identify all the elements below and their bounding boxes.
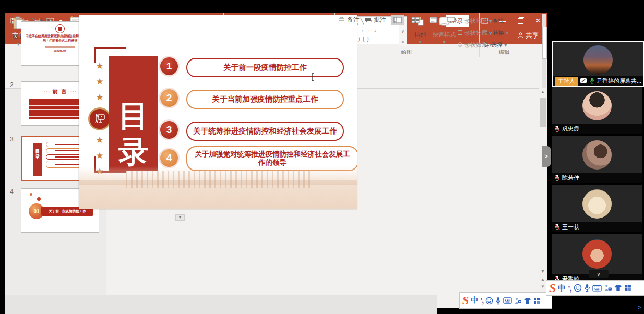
find-button[interactable]: 查找	[484, 17, 504, 25]
voice-input-icon[interactable]	[584, 284, 590, 292]
editor-vertical-scrollbar[interactable]: ▲ ▼ ▲ ▼	[539, 88, 547, 295]
avatar	[582, 91, 612, 120]
mic-muted-icon	[554, 174, 560, 182]
notes-button[interactable]: 备注	[339, 16, 360, 25]
ime-mode-chinese[interactable]: 中	[558, 283, 566, 293]
replace-button[interactable]: ab 替换▾	[484, 29, 509, 37]
select-button[interactable]: 选择▾	[484, 41, 507, 49]
participant-tile-host[interactable]: 主持人 尹香婷的屏幕共...	[552, 41, 644, 87]
ime-punctuation[interactable]: ’,	[480, 296, 483, 305]
sidebar-expand-handle[interactable]: >	[542, 146, 551, 167]
comments-button[interactable]: 批注	[365, 16, 386, 25]
normal-view-button[interactable]	[391, 15, 404, 25]
svg-text:ab: ab	[484, 31, 489, 35]
host-badge: 主持人	[555, 77, 578, 86]
skin-shirt-icon[interactable]	[614, 284, 622, 292]
keyboard-icon[interactable]	[503, 297, 512, 304]
mic-muted-icon	[554, 223, 560, 231]
powerpoint-window: ▾ 习近平在统筹推进新冠肺炎疫情防控和经济社会发展工作部署会议上的讲话 - Po…	[5, 13, 547, 308]
scroll-down-icon[interactable]: ▼	[539, 269, 547, 274]
avatar	[582, 189, 612, 219]
scrollbar-thumb[interactable]	[540, 98, 546, 127]
meeting-sidebar: 主持人 尹香婷的屏幕共... 巩忠霞 陈若佳 王一获 尹香婷	[547, 0, 644, 314]
group-editing: 查找 ab 替换▾ 选择▾ 编辑	[479, 13, 529, 57]
slide-editor-area: ★ ★ ★ ★ ★ ★ 目录 1 关于前一段疫情防控工作 2 关于当前加强疫情防…	[5, 295, 437, 314]
shape-fill-icon	[457, 18, 463, 25]
ime-mode-chinese[interactable]: 中	[471, 296, 478, 305]
slide-sorter-view-button[interactable]	[409, 15, 422, 25]
participant-name: 尹香婷的屏幕共...	[597, 77, 641, 85]
shape-outline-icon	[457, 30, 463, 37]
replace-icon: ab	[484, 30, 491, 37]
toolbox-grid-icon[interactable]	[533, 297, 540, 304]
ime-punctuation[interactable]: ’,	[568, 284, 571, 293]
voice-input-icon[interactable]	[495, 297, 501, 305]
avatar	[583, 45, 613, 75]
participant-tile[interactable]: 陈若佳	[552, 136, 642, 183]
mic-muted-icon	[554, 125, 560, 133]
collapse-tiles-icon[interactable]: ∨	[589, 270, 609, 278]
participant-tile[interactable]: 巩忠霞	[552, 87, 642, 134]
reading-view-button[interactable]	[427, 15, 439, 25]
participant-name: 陈若佳	[562, 174, 579, 182]
sogou-logo-icon[interactable]: S	[549, 281, 556, 295]
ime-toolbar: S 中 ’,	[459, 292, 552, 309]
search-icon	[484, 18, 491, 25]
sogou-logo-icon[interactable]: S	[462, 294, 469, 307]
drawing-dialog-launcher[interactable]	[473, 50, 478, 55]
thumbnail-number: 3	[10, 136, 14, 143]
mic-on-icon	[589, 77, 594, 85]
participant-name: 巩忠霞	[562, 125, 579, 133]
emoji-icon[interactable]	[574, 284, 582, 292]
toolbox-grid-icon[interactable]	[624, 284, 631, 292]
cursor-arrow-icon	[484, 42, 490, 49]
keyboard-icon[interactable]	[592, 285, 602, 292]
participant-name: 王一获	[562, 223, 579, 231]
participant-tile[interactable]: 王一获	[552, 185, 642, 232]
slideshow-view-button[interactable]	[445, 15, 457, 25]
skin-shirt-icon[interactable]	[524, 297, 531, 304]
avatar	[582, 239, 612, 269]
emoji-icon[interactable]	[485, 297, 493, 305]
thumbnail-number: 4	[10, 188, 14, 196]
avatar	[582, 140, 612, 170]
scroll-up-icon[interactable]: ▲	[539, 89, 547, 94]
ime-toolbar: S 中 ’,	[546, 280, 644, 296]
shape-effects-icon	[457, 42, 463, 49]
handwriting-person-icon[interactable]	[604, 284, 612, 292]
screen-share-icon	[580, 78, 587, 84]
handwriting-person-icon[interactable]	[514, 297, 522, 304]
ime-drag-mark: >	[638, 304, 641, 310]
